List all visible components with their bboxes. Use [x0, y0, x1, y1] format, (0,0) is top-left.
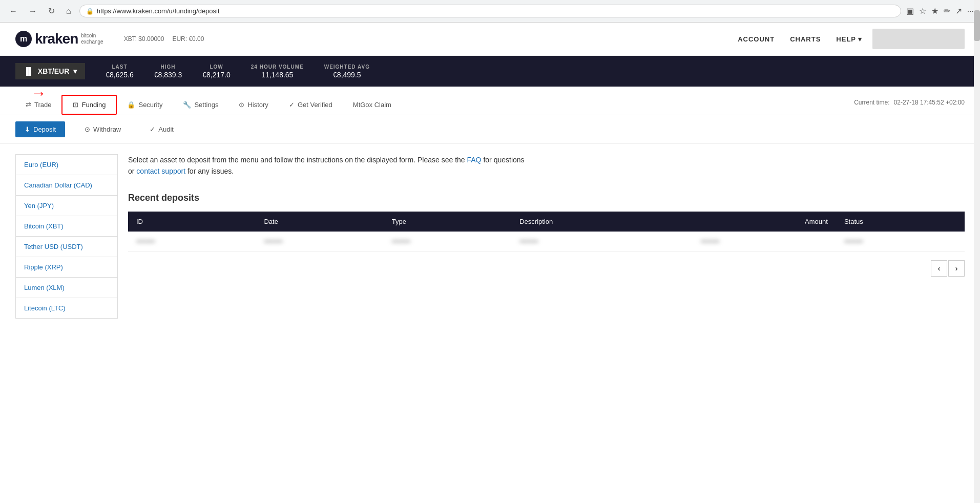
asset-item[interactable]: Yen (JPY)	[15, 195, 118, 216]
header-balance: XBT: $0.00000 EUR: €0.00	[124, 35, 204, 43]
ticker-wavg: WEIGHTED AVG €8,499.5	[324, 64, 370, 79]
kraken-logo-text: kraken	[35, 31, 78, 47]
url-input[interactable]	[97, 7, 894, 15]
help-nav-link[interactable]: HELP ▾	[836, 35, 862, 43]
funding-icon: ⊡	[73, 101, 78, 109]
asset-item[interactable]: Ripple (XRP)	[15, 257, 118, 277]
asset-sidebar: Euro (EUR) Canadian Dollar (CAD) Yen (JP…	[15, 154, 118, 319]
kraken-logo-icon: m	[15, 31, 32, 47]
asset-item[interactable]: Canadian Dollar (CAD)	[15, 175, 118, 195]
cell-type: ••••••••	[384, 232, 511, 252]
pagination: ‹ ›	[128, 260, 965, 277]
asset-item[interactable]: Lumen (XLM)	[15, 277, 118, 298]
cell-amount: ••••••••	[693, 232, 836, 252]
asset-item[interactable]: Bitcoin (XBT)	[15, 216, 118, 236]
col-id: ID	[128, 212, 256, 232]
funding-tab[interactable]: ⊡ Funding	[61, 95, 117, 115]
trade-icon: ⇄	[26, 101, 31, 109]
current-time-value: 02-27-18 17:45:52 +02:00	[894, 99, 965, 106]
charts-nav-link[interactable]: CHARTS	[790, 35, 821, 43]
content-area: Euro (EUR) Canadian Dollar (CAD) Yen (JP…	[0, 144, 980, 329]
eur-balance-label: EUR: €0.00	[172, 35, 204, 43]
col-status: Status	[836, 212, 965, 232]
recent-deposits-title: Recent deposits	[128, 193, 965, 203]
dropdown-arrow-icon: ▾	[73, 67, 77, 75]
col-amount: Amount	[693, 212, 836, 232]
table-header-row: ID Date Type Description Amount Status	[128, 212, 965, 232]
lock-nav-icon: 🔒	[127, 101, 135, 109]
col-description: Description	[511, 212, 693, 232]
logo-subtitle: bitcoin exchange	[81, 33, 103, 45]
annotate-icon[interactable]: ✏	[944, 6, 950, 16]
ticker-last: LAST €8,625.6	[106, 64, 134, 79]
browser-actions: ▣ ☆ ★ ✏ ↗ ···	[906, 6, 974, 16]
current-time-display: Current time: 02-27-18 17:45:52 +02:00	[854, 99, 965, 111]
deposit-button[interactable]: ⬇ Deposit	[15, 121, 65, 137]
header-nav: ACCOUNT CHARTS HELP ▾	[738, 35, 862, 43]
cell-description: ••••••••	[511, 232, 693, 252]
settings-tab[interactable]: 🔧 Settings	[173, 96, 228, 114]
menu-icon[interactable]: ···	[967, 7, 974, 16]
cell-status: ••••••••	[836, 232, 965, 252]
security-tab[interactable]: 🔒 Security	[117, 96, 173, 114]
pair-selector-button[interactable]: ▐▌ XBT/EUR ▾	[15, 63, 85, 79]
site-header: m kraken bitcoin exchange XBT: $0.00000 …	[0, 23, 980, 56]
bookmark-list-icon[interactable]: ★	[931, 6, 939, 16]
support-link[interactable]: contact support	[136, 167, 185, 175]
clock-icon: ⊙	[239, 101, 244, 109]
wrench-icon: 🔧	[183, 101, 191, 109]
next-page-button[interactable]: ›	[948, 260, 965, 277]
home-button[interactable]: ⌂	[63, 5, 74, 18]
back-button[interactable]: ←	[6, 5, 20, 18]
main-nav: ⇄ Trade → ⊡ Funding 🔒 Security 🔧 Setting…	[0, 87, 980, 115]
asset-item[interactable]: Litecoin (LTC)	[15, 298, 118, 319]
browser-chrome: ← → ↻ ⌂ 🔒 ▣ ☆ ★ ✏ ↗ ···	[0, 0, 980, 23]
get-verified-tab[interactable]: ✓ Get Verified	[279, 96, 343, 114]
share-icon[interactable]: ↗	[955, 6, 962, 16]
chevron-down-icon: ▾	[858, 35, 862, 43]
current-time-label: Current time:	[854, 99, 889, 106]
col-date: Date	[256, 212, 383, 232]
user-area	[872, 29, 965, 49]
bar-chart-icon: ▐▌	[24, 67, 34, 75]
download-icon: ⬇	[25, 125, 30, 133]
col-type: Type	[384, 212, 511, 232]
reader-view-icon[interactable]: ▣	[906, 6, 914, 16]
scrollbar-thumb[interactable]	[974, 10, 980, 41]
arrow-annotation: → ⊡ Funding	[61, 95, 117, 115]
prev-page-button[interactable]: ‹	[931, 260, 947, 277]
ticker-high: HIGH €8,839.3	[154, 64, 182, 79]
red-arrow-icon: →	[31, 85, 46, 102]
account-nav-link[interactable]: ACCOUNT	[738, 35, 775, 43]
withdraw-button[interactable]: ⊙ Withdraw	[75, 121, 130, 137]
history-tab[interactable]: ⊙ History	[228, 96, 278, 114]
ticker-volume: 24 HOUR VOLUME 11,148.65	[251, 64, 304, 79]
refresh-button[interactable]: ↻	[45, 4, 58, 18]
bookmark-icon[interactable]: ☆	[919, 6, 926, 16]
address-bar: 🔒	[79, 5, 901, 17]
asset-item[interactable]: Euro (EUR)	[15, 154, 118, 175]
table-row: •••••••• •••••••• •••••••• •••••••• ••••…	[128, 232, 965, 252]
asset-item[interactable]: Tether USD (USDT)	[15, 236, 118, 257]
withdraw-icon: ⊙	[85, 125, 90, 133]
forward-button[interactable]: →	[26, 5, 40, 18]
cell-id: ••••••••	[128, 232, 256, 252]
ticker-low: LOW €8,217.0	[202, 64, 231, 79]
deposit-instructions: Select an asset to deposit from the menu…	[128, 154, 965, 177]
deposits-table: ID Date Type Description Amount Status •…	[128, 212, 965, 252]
scrollbar[interactable]	[974, 0, 980, 329]
xbt-balance-label: XBT: $0.00000	[124, 35, 164, 43]
sub-nav: ⬇ Deposit ⊙ Withdraw ✓ Audit	[0, 115, 980, 144]
ticker-bar: ▐▌ XBT/EUR ▾ LAST €8,625.6 HIGH €8,839.3…	[0, 56, 980, 87]
main-content: Select an asset to deposit from the menu…	[128, 154, 965, 319]
checkmark-icon: ✓	[289, 101, 295, 109]
audit-icon: ✓	[150, 125, 155, 133]
logo-area: m kraken bitcoin exchange	[15, 31, 103, 47]
mtgox-tab[interactable]: MtGox Claim	[343, 96, 402, 114]
cell-date: ••••••••	[256, 232, 383, 252]
faq-link[interactable]: FAQ	[467, 156, 482, 164]
lock-icon: 🔒	[86, 8, 94, 15]
audit-button[interactable]: ✓ Audit	[140, 121, 183, 137]
